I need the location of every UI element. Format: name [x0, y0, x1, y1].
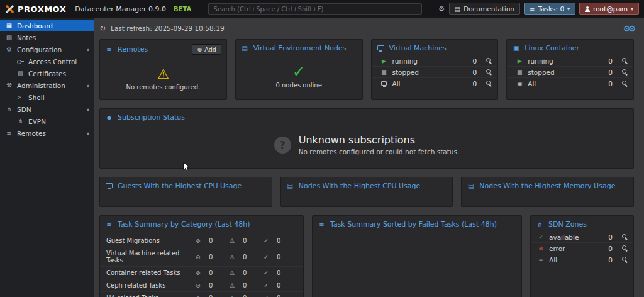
beta-badge: BETA: [174, 6, 191, 13]
sidebar-item-label: Notes: [17, 34, 36, 42]
tasks-list-icon: ≡: [530, 6, 535, 13]
network-icon: ⋔: [536, 221, 544, 228]
panel-title: Subscription Status: [118, 113, 185, 121]
warning-icon: ⚠: [229, 237, 235, 244]
tasks-button[interactable]: ≡ Tasks: 0 ▾: [524, 3, 575, 15]
sdn-error-row: ⊗ error 0: [531, 242, 633, 254]
subscription-headline: Unknown subscriptions: [299, 134, 460, 146]
task-summary-row: Guest Migrations ⊘0 ⚠0 ✓0: [100, 235, 303, 247]
documentation-button[interactable]: ▤ Documentation: [449, 3, 520, 15]
sidebar-item-access-control[interactable]: Access Control: [0, 55, 94, 67]
empty-remotes-text: No remotes configured.: [126, 84, 201, 91]
user-menu-button[interactable]: root@pam ▾: [579, 3, 639, 15]
play-icon: ▶: [516, 58, 523, 64]
sidebar-item-configuration[interactable]: ⚙ Configuration ▴: [0, 43, 94, 55]
warning-icon: ⚠: [229, 254, 235, 261]
refresh-icon[interactable]: ↻: [99, 24, 106, 33]
sdn-available-row: ✓ available 0: [531, 232, 633, 242]
search-zoom-icon[interactable]: [486, 69, 492, 76]
ct-running-row: ▶ running 0: [507, 55, 633, 66]
sidebar-item-certificates[interactable]: ▤ Certificates: [0, 67, 94, 79]
sidebar: ▦ Dashboard ▤ Notes ⚙ Configuration ▴ Ac…: [0, 18, 94, 297]
panel-title: Nodes With the Highest Memory Usage: [479, 182, 615, 190]
monitor-icon: [377, 45, 385, 52]
app-window: PROXMOX Datacenter Manager 0.9.0 BETA ⚙ …: [0, 0, 644, 297]
panel-title: Task Summary Sorted by Failed Tasks (Las…: [330, 220, 497, 228]
sidebar-item-label: Configuration: [17, 46, 62, 53]
panel-title: SDN Zones: [548, 220, 587, 228]
chevron-down-icon: ▾: [567, 6, 570, 12]
panel-title: Virtual Environment Nodes: [253, 44, 347, 52]
collapse-caret-icon[interactable]: ▴: [87, 47, 89, 52]
book-icon: ▤: [455, 6, 460, 13]
panel-title: Linux Container: [525, 44, 579, 52]
plus-icon: ⊕: [197, 46, 202, 53]
collapse-caret-icon[interactable]: ▴: [87, 82, 89, 88]
sidebar-item-remotes[interactable]: ≡ Remotes ▴: [0, 127, 94, 139]
sidebar-item-notes[interactable]: ▤ Notes: [0, 31, 94, 43]
dashboard-toolbar: ↻ Last refresh: 2025-09-29 10:58:19 ⚙⚙: [99, 18, 634, 39]
search-zoom-icon[interactable]: [622, 81, 628, 87]
ok-icon: ✓: [263, 294, 269, 297]
menu-icon: ≡: [105, 46, 113, 53]
collapse-caret-icon[interactable]: ▴: [87, 106, 89, 112]
warning-icon: ⚠: [229, 294, 235, 297]
play-icon: ▶: [380, 58, 388, 64]
network-icon: ⋔: [16, 118, 25, 125]
sdn-all-row: ≡ All 0: [531, 254, 633, 265]
dashboard-settings-icon[interactable]: ⚙⚙: [623, 24, 634, 33]
network-icon: ⋔: [5, 106, 13, 113]
search-zoom-icon[interactable]: [622, 234, 628, 240]
sidebar-item-shell[interactable]: >_ Shell: [0, 91, 94, 103]
search-zoom-icon[interactable]: [486, 58, 492, 64]
list-icon: ≡: [318, 221, 326, 228]
search-zoom-icon[interactable]: [622, 69, 628, 76]
search-zoom-icon[interactable]: [622, 257, 628, 263]
warning-icon: ⚠: [229, 269, 235, 276]
sidebar-item-sdn[interactable]: ⋔ SDN ▴: [0, 103, 94, 115]
warning-icon: ⚠: [157, 68, 169, 81]
brand-text: PROXMOX: [18, 4, 66, 14]
error-icon: ⊗: [537, 245, 545, 252]
search-input[interactable]: [208, 3, 422, 15]
top-header-bar: PROXMOX Datacenter Manager 0.9.0 BETA ⚙ …: [0, 0, 644, 18]
key-icon: [16, 58, 25, 65]
ct-all-row: ▣ All 0: [507, 77, 633, 89]
search-container: [196, 3, 433, 15]
sidebar-item-label: Dashboard: [17, 22, 53, 30]
question-circle-icon: ?: [274, 137, 291, 154]
nodes-cpu-panel: ▤ Nodes With the Highest CPU Usage: [280, 177, 453, 207]
cube-icon: ▣: [512, 45, 520, 52]
search-zoom-icon[interactable]: [622, 245, 628, 252]
collapse-caret-icon[interactable]: ▴: [87, 130, 89, 136]
task-summary-row: Virtual Machine related Tasks ⊘0 ⚠0 ✓0: [100, 247, 303, 266]
tools-icon: ⚒: [5, 82, 13, 89]
error-icon: ⊘: [195, 237, 201, 244]
sidebar-item-label: Shell: [28, 94, 45, 101]
sidebar-item-label: Remotes: [17, 130, 46, 137]
sidebar-item-administration[interactable]: ⚒ Administration ▴: [0, 79, 94, 91]
sidebar-item-dashboard[interactable]: ▦ Dashboard: [0, 20, 94, 31]
sidebar-item-evpn[interactable]: ⋔ EVPN: [0, 115, 94, 127]
panel-title: Nodes With the Highest CPU Usage: [299, 182, 421, 190]
building-icon: ▤: [241, 45, 249, 52]
proxmox-logo: PROXMOX: [5, 4, 66, 14]
search-zoom-icon[interactable]: [486, 81, 492, 87]
nodes-memory-panel: ▤ Nodes With the Highest Memory Usage: [461, 177, 634, 207]
search-zoom-icon[interactable]: [622, 58, 628, 64]
main-content: ↻ Last refresh: 2025-09-29 10:58:19 ⚙⚙ ≡…: [94, 18, 644, 297]
add-remote-button[interactable]: ⊕ Add: [192, 44, 221, 55]
notes-icon: ▤: [5, 34, 13, 41]
virtual-machines-panel: Virtual Machines ▶ running 0 ■ stopped 0: [371, 39, 499, 100]
task-summary-row: HA related Tasks ⊘0 ⚠0 ✓0: [100, 291, 303, 297]
documentation-label: Documentation: [464, 5, 514, 13]
monitor-icon: [105, 182, 113, 189]
settings-icon[interactable]: ⚙: [438, 4, 445, 13]
panel-title: Task Summary by Category (Last 48h): [118, 220, 250, 228]
gear-icon: ⚙: [5, 46, 13, 53]
chevron-down-icon: ▾: [631, 6, 633, 12]
terminal-icon: >_: [16, 94, 25, 101]
certificate-icon: ▤: [16, 70, 25, 77]
ve-nodes-panel: ▤ Virtual Environment Nodes ✓ 0 nodes on…: [235, 39, 363, 100]
check-icon: ✓: [292, 64, 305, 79]
